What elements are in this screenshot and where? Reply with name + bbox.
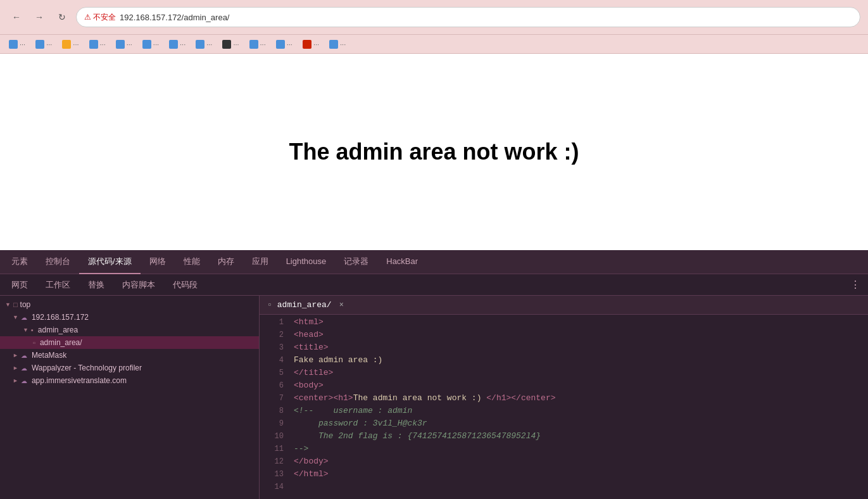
file-icon: ▫ <box>33 339 35 346</box>
bookmark-favicon <box>222 40 231 49</box>
code-line-2: 2 <head> <box>260 330 868 343</box>
bookmark-favicon <box>142 40 151 49</box>
tab-content-scripts[interactable]: 内容脚本 <box>113 274 164 296</box>
tab-application[interactable]: 应用 <box>243 250 277 274</box>
sidebar-item-top[interactable]: ▼ □ top <box>0 298 259 311</box>
expand-arrow-icon: ▼ <box>5 301 11 308</box>
expand-arrow-icon: ▼ <box>23 327 28 333</box>
sidebar-item-admin-file[interactable]: ▫ admin_area/ <box>0 336 259 349</box>
back-button[interactable]: ← <box>8 8 25 26</box>
sidebar-item-label: admin_area/ <box>40 338 82 347</box>
bookmark-favicon <box>329 40 338 49</box>
sidebar-item-label: app.immersivetranslate.com <box>32 376 127 385</box>
tab-recorder[interactable]: 记录器 <box>335 250 377 274</box>
sidebar-item-label: 192.168.157.172 <box>32 313 89 322</box>
code-line-7: 7 <center><h1>The admin area not work :)… <box>260 393 868 406</box>
close-tab-button[interactable]: × <box>339 301 344 310</box>
url-text: 192.168.157.172/admin_area/ <box>120 13 229 22</box>
bookmark-favicon <box>89 40 98 49</box>
forward-button[interactable]: → <box>30 8 48 26</box>
sidebar-item-wappalyzer[interactable]: ► ☁ Wappalyzer - Technology profiler <box>0 362 259 374</box>
devtools-body: ▼ □ top ▼ ☁ 192.168.157.172 ▼ ▪ admin_ar… <box>0 296 868 499</box>
tab-performance[interactable]: 性能 <box>175 250 209 274</box>
tab-snippets[interactable]: 代码段 <box>164 274 206 296</box>
code-line-11: 11 --> <box>260 444 868 457</box>
tab-workspace[interactable]: 工作区 <box>37 274 79 296</box>
code-line-5: 5 </title> <box>260 368 868 381</box>
file-tab-name: admin_area/ <box>277 300 332 310</box>
bookmark-item[interactable]: ··· <box>139 39 163 50</box>
code-line-14: 14 <box>260 482 868 495</box>
reload-button[interactable]: ↻ <box>53 8 71 26</box>
devtools-primary-tabs: 元素 控制台 源代码/来源 网络 性能 内存 应用 Lighthouse 记录器… <box>0 250 868 274</box>
file-tab-icon: ▫ <box>267 300 272 310</box>
tab-hackbar[interactable]: HackBar <box>377 250 427 274</box>
code-line-12: 12 </body> <box>260 457 868 469</box>
bookmark-item[interactable]: ··· <box>272 39 296 50</box>
bookmark-item[interactable]: ··· <box>112 39 136 50</box>
bookmark-favicon <box>116 40 125 49</box>
bookmark-item[interactable]: ··· <box>32 39 56 50</box>
expand-arrow-icon: ► <box>13 365 18 371</box>
bookmark-item[interactable]: ··· <box>218 39 242 50</box>
code-line-8: 8 <!-- username : admin <box>260 406 868 419</box>
bookmark-favicon <box>276 40 285 49</box>
sidebar-item-label: admin_area <box>38 325 78 334</box>
expand-arrow-icon: ▼ <box>13 314 18 320</box>
bookmark-item[interactable]: ··· <box>58 39 82 50</box>
sidebar-item-admin-folder[interactable]: ▼ ▪ admin_area <box>0 324 259 336</box>
tab-lighthouse[interactable]: Lighthouse <box>277 250 336 274</box>
bookmark-item[interactable]: ··· <box>192 39 216 50</box>
bookmark-item[interactable]: ··· <box>5 39 29 50</box>
page-heading: The admin area not work :) <box>289 139 579 165</box>
bookmark-item[interactable]: ··· <box>299 39 323 50</box>
code-line-13: 13 </html> <box>260 469 868 482</box>
cloud-icon: ☁ <box>21 377 27 384</box>
devtools-sidebar: ▼ □ top ▼ ☁ 192.168.157.172 ▼ ▪ admin_ar… <box>0 296 260 499</box>
devtools-panel: 元素 控制台 源代码/来源 网络 性能 内存 应用 Lighthouse 记录器… <box>0 250 868 499</box>
cloud-icon: ☁ <box>21 365 27 372</box>
bookmark-favicon <box>249 40 258 49</box>
sidebar-item-metamask[interactable]: ► ☁ MetaMask <box>0 349 259 362</box>
page-content: The admin area not work :) <box>0 54 868 250</box>
security-warning: ⚠ 不安全 <box>84 12 116 23</box>
code-line-9: 9 password : 3v1l_H@ck3r <box>260 419 868 431</box>
bookmark-item[interactable]: ··· <box>246 39 270 50</box>
sidebar-item-label: top <box>20 300 31 309</box>
folder-icon: □ <box>13 301 18 308</box>
tab-network[interactable]: 网络 <box>141 250 175 274</box>
bookmark-item[interactable]: ··· <box>325 39 349 50</box>
bookmark-item[interactable]: ··· <box>165 39 189 50</box>
code-line-10: 10 The 2nd flag is : {741257412587123654… <box>260 431 868 444</box>
bookmark-favicon <box>196 40 204 49</box>
bookmark-favicon <box>35 40 44 49</box>
tab-console[interactable]: 控制台 <box>37 250 79 274</box>
code-file-tab[interactable]: ▫ admin_area/ × <box>260 296 868 315</box>
bookmark-item[interactable]: ··· <box>85 39 110 50</box>
tab-sources[interactable]: 源代码/来源 <box>79 250 141 274</box>
browser-chrome: ← → ↻ ⚠ 不安全 192.168.157.172/admin_area/ <box>0 0 868 35</box>
tab-memory[interactable]: 内存 <box>209 250 243 274</box>
code-line-3: 3 <title> <box>260 343 868 355</box>
expand-arrow-icon: ► <box>13 377 18 384</box>
bookmark-favicon <box>169 40 178 49</box>
sidebar-item-label: MetaMask <box>32 351 66 360</box>
code-line-4: 4 Fake admin area :) <box>260 355 868 368</box>
more-tabs-button[interactable]: ⋮ <box>845 279 865 291</box>
address-bar[interactable]: ⚠ 不安全 192.168.157.172/admin_area/ <box>76 7 860 27</box>
tab-elements[interactable]: 元素 <box>3 250 37 274</box>
bookmark-favicon <box>303 40 311 49</box>
bookmark-favicon <box>62 40 71 49</box>
code-line-1: 1 <html> <box>260 317 868 330</box>
folder-icon: ▪ <box>31 326 34 334</box>
tab-overrides[interactable]: 替换 <box>79 274 113 296</box>
bookmarks-bar: ··· ··· ··· ··· ··· ··· ··· ··· ··· ··· … <box>0 35 868 54</box>
tab-page[interactable]: 网页 <box>3 274 37 296</box>
code-lines: 1 <html> 2 <head> 3 <title> 4 Fake admin… <box>260 315 868 497</box>
expand-arrow-icon: ► <box>13 352 18 358</box>
code-line-6: 6 <body> <box>260 381 868 393</box>
sidebar-item-host[interactable]: ▼ ☁ 192.168.157.172 <box>0 311 259 324</box>
sidebar-item-label: Wappalyzer - Technology profiler <box>32 363 142 372</box>
sidebar-item-immersive[interactable]: ► ☁ app.immersivetranslate.com <box>0 374 259 387</box>
bookmark-favicon <box>9 40 18 49</box>
